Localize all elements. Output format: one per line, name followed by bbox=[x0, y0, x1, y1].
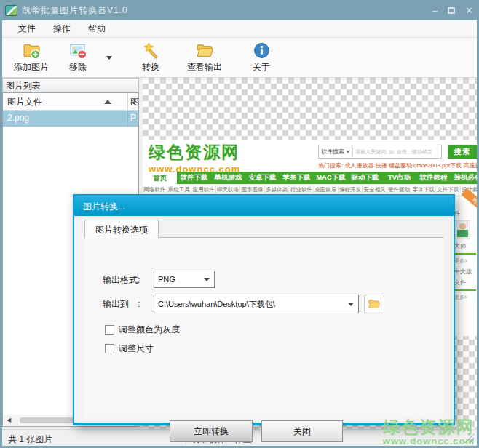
list-item-selected[interactable]: 2.png P bbox=[3, 111, 138, 127]
site-nav-item-5: MAC下载 bbox=[314, 173, 348, 183]
site-nav-item-1: 软件下载 bbox=[177, 173, 211, 183]
dialog-tab-page: 输出格式: PNG 输出到 : C:\Users\wuhan\Desktop\下… bbox=[84, 238, 443, 418]
site-subnav-item-8: 编程开发 bbox=[339, 186, 363, 193]
combo-arrow-icon bbox=[204, 278, 210, 281]
app-window: 凯蒂批量图片转换器V1.0 – ✕ 文件操作帮助 添加图片 移除 bbox=[0, 0, 479, 448]
dialog-body: 图片转换选项 输出格式: PNG 输出到 : C:\Users\wuhan\De… bbox=[74, 216, 454, 423]
output-path-value: C:\Users\wuhan\Desktop\下载包\ bbox=[158, 300, 275, 308]
green-divider bbox=[454, 289, 476, 291]
grayscale-checkbox[interactable] bbox=[105, 325, 114, 335]
dialog-title-bar[interactable]: 图片转换... bbox=[74, 196, 454, 216]
view-output-label: 查看输出 bbox=[187, 61, 222, 73]
menu-item-1[interactable]: 操作 bbox=[44, 20, 79, 38]
remove-dropdown-button[interactable] bbox=[101, 40, 117, 75]
about-label: 关于 bbox=[253, 61, 270, 73]
fragment-text: 大师 bbox=[454, 242, 477, 250]
site-nav-item-6: 驱动下载 bbox=[348, 173, 382, 183]
view-output-button[interactable]: 查看输出 bbox=[181, 40, 228, 75]
resize-checkbox-row[interactable]: 调整尺寸 bbox=[105, 343, 154, 355]
minimize-button[interactable]: – bbox=[432, 6, 438, 15]
close-button[interactable]: ✕ bbox=[465, 6, 473, 15]
site-subnav-item-3: 聊天联络 bbox=[216, 186, 241, 193]
column-header-file[interactable]: 图片文件 bbox=[3, 93, 128, 110]
column-header-2[interactable]: 图 bbox=[128, 93, 138, 110]
resize-grip[interactable] bbox=[464, 433, 474, 443]
list-item-col2: P bbox=[128, 111, 138, 127]
output-path-combobox[interactable]: C:\Users\wuhan\Desktop\下载包\ bbox=[154, 295, 359, 313]
add-images-button[interactable]: 添加图片 bbox=[8, 40, 55, 75]
folder-plus-icon bbox=[23, 41, 41, 60]
grayscale-checkbox-row[interactable]: 调整颜色为灰度 bbox=[105, 324, 180, 336]
remove-label: 移除 bbox=[69, 61, 87, 73]
folder-icon bbox=[368, 298, 381, 310]
site-subnav-item-7: 桌面娱乐 bbox=[314, 186, 339, 193]
site-subnav-item-2: 应用软件 bbox=[191, 186, 216, 193]
site-subnav-item-6: 行业软件 bbox=[289, 186, 314, 193]
site-search-box: 软件搜索 请输入关键词, 如: 微信、驱动精灵 bbox=[318, 145, 442, 159]
image-list-panel-title: 图片列表 bbox=[2, 78, 139, 92]
site-nav-item-7: TV市场 bbox=[382, 173, 416, 183]
site-subnav-item-9: 安全相关 bbox=[363, 186, 387, 193]
info-icon bbox=[253, 41, 271, 60]
fragment-text: 件 bbox=[454, 209, 477, 217]
site-search-button: 搜索 bbox=[448, 145, 477, 159]
site-subnav-item-5: 多媒体类 bbox=[265, 186, 290, 193]
fragment-text: 中文版 bbox=[454, 268, 477, 276]
site-nav-item-0: 首页 bbox=[143, 172, 177, 184]
site-subnav-item-4: 图形图像 bbox=[240, 186, 265, 193]
menu-item-2[interactable]: 帮助 bbox=[79, 20, 114, 38]
more-link: 更多> bbox=[454, 257, 477, 265]
output-label: 输出到 : bbox=[103, 298, 140, 311]
image-count-status: 共 1 张图片 bbox=[8, 433, 52, 446]
tab-conversion-options[interactable]: 图片转换选项 bbox=[84, 220, 159, 238]
format-combobox[interactable]: PNG bbox=[154, 271, 215, 288]
combo-arrow-icon bbox=[348, 303, 354, 306]
menu-item-0[interactable]: 文件 bbox=[9, 20, 44, 38]
menu-bar: 文件操作帮助 bbox=[2, 20, 477, 38]
remove-button[interactable]: 移除 bbox=[55, 40, 101, 75]
site-subnav-item-11: 字体下载 bbox=[411, 186, 436, 193]
image-minus-icon bbox=[69, 41, 87, 60]
about-button[interactable]: 关于 bbox=[238, 40, 285, 75]
site-nav-item-3: 安卓下载 bbox=[245, 173, 280, 183]
site-name: 绿色资源网 bbox=[149, 141, 240, 164]
site-subnav-item-10: 硬件驱动 bbox=[387, 186, 412, 193]
site-nav-item-8: 软件教程 bbox=[416, 173, 451, 183]
site-subnav-item-0: 网络软件 bbox=[143, 186, 167, 193]
toolbar: 添加图片 移除 转换 查看输出 关于 bbox=[2, 38, 477, 78]
site-logo: 绿色资源网 www.downcc.com bbox=[149, 141, 240, 175]
more-link: 更多> bbox=[454, 294, 477, 301]
format-value: PNG bbox=[158, 275, 175, 284]
maximize-button[interactable] bbox=[448, 7, 455, 14]
format-label: 输出格式: bbox=[103, 274, 140, 287]
chevron-down-icon bbox=[106, 56, 112, 60]
conversion-dialog: 图片转换... 图片转换选项 输出格式: PNG 输出到 : C:\Users\… bbox=[73, 194, 455, 425]
content-fragments: 件 大师 更多> 中文版 文件 更多> bbox=[454, 209, 477, 301]
resize-checkbox[interactable] bbox=[105, 344, 114, 353]
convert-button[interactable]: 转换 bbox=[127, 40, 174, 75]
add-images-label: 添加图片 bbox=[14, 61, 49, 73]
scroll-left-icon[interactable]: ◀ bbox=[4, 417, 14, 423]
hot-search-line: 热门搜索: 成人播放器 快播 键盘驱动 office2003 ppt下载 高速摄… bbox=[318, 161, 477, 169]
open-folder-icon bbox=[196, 41, 214, 60]
site-nav-item-9: 装机必备 bbox=[451, 173, 477, 183]
green-divider bbox=[454, 253, 476, 255]
site-nav-item-2: 单机游戏 bbox=[211, 173, 245, 183]
dialog-tab-strip: 图片转换选项 bbox=[84, 220, 443, 238]
magic-wand-icon bbox=[142, 41, 160, 60]
convert-now-button[interactable]: 立即转换 bbox=[170, 420, 253, 442]
search-category-dropdown: 软件搜索 bbox=[319, 148, 353, 156]
search-placeholder: 请输入关键词, 如: 微信、驱动精灵 bbox=[353, 148, 435, 156]
sort-ascending-icon bbox=[104, 100, 111, 104]
fragment-text: 文件 bbox=[454, 279, 477, 287]
dialog-close-button[interactable]: 关闭 bbox=[261, 420, 343, 442]
site-nav-item-4: 苹果下载 bbox=[280, 173, 314, 183]
convert-label: 转换 bbox=[142, 61, 159, 73]
site-nav-bar: 首页软件下载单机游戏安卓下载苹果下载MAC下载驱动下载TV市场软件教程装机必备 bbox=[143, 172, 477, 184]
image-list-header: 图片文件 图 bbox=[3, 93, 138, 111]
window-title: 凯蒂批量图片转换器V1.0 bbox=[22, 4, 128, 17]
browse-folder-button[interactable] bbox=[364, 295, 384, 313]
grayscale-checkbox-label: 调整颜色为灰度 bbox=[119, 324, 180, 336]
site-subnav-item-1: 系统工具 bbox=[167, 186, 192, 193]
resize-checkbox-label: 调整尺寸 bbox=[119, 343, 154, 355]
